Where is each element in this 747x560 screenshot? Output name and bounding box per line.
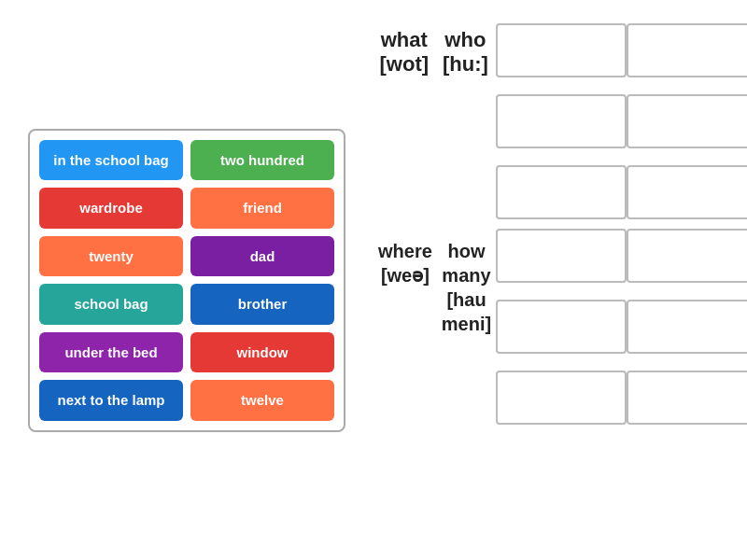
left-panel: in the school bag two hundred wardrobe f… (19, 19, 355, 541)
drop-cell (627, 90, 747, 153)
drop-box[interactable] (627, 23, 747, 77)
header-how-many: how many [hau meni] (437, 224, 496, 429)
drop-cell (496, 90, 627, 153)
drop-box[interactable] (627, 371, 747, 425)
word-btn-under-the-bed[interactable]: under the bed (39, 332, 183, 373)
drop-cell (627, 295, 747, 358)
drop-cell (496, 224, 627, 287)
drop-box[interactable] (496, 229, 627, 283)
header-who: who [hu:] (435, 19, 497, 224)
drop-cell (627, 366, 747, 429)
right-panel: what [wot] who [hu:] where [weə] how man… (374, 19, 747, 541)
drop-box[interactable] (627, 300, 747, 354)
drop-box[interactable] (496, 371, 627, 425)
top-headers: what [wot] who [hu:] (374, 19, 496, 224)
word-btn-window[interactable]: window (190, 332, 334, 373)
word-btn-dad[interactable]: dad (190, 236, 334, 277)
header-where: where [weə] (374, 224, 437, 429)
drop-box[interactable] (627, 229, 747, 283)
drop-cell (496, 161, 627, 224)
drop-box[interactable] (496, 94, 627, 148)
word-btn-twelve[interactable]: twelve (190, 380, 334, 421)
drop-box[interactable] (627, 94, 747, 148)
drop-box[interactable] (496, 300, 627, 354)
word-btn-twenty[interactable]: twenty (39, 236, 183, 277)
word-btn-school-bag[interactable]: school bag (39, 284, 183, 325)
drop-box[interactable] (496, 23, 627, 77)
drop-cell (496, 295, 627, 358)
top-drop-area (496, 19, 747, 224)
drop-cell (496, 19, 627, 82)
word-grid: in the school bag two hundred wardrobe f… (28, 129, 345, 432)
word-btn-wardrobe[interactable]: wardrobe (39, 188, 183, 229)
drop-cell (627, 224, 747, 287)
bottom-headers: where [weə] how many [hau meni] (374, 224, 496, 429)
drop-cell (627, 19, 747, 82)
drop-cell (496, 366, 627, 429)
word-btn-brother[interactable]: brother (190, 284, 334, 325)
word-btn-in-the-school-bag[interactable]: in the school bag (39, 140, 183, 181)
word-btn-two-hundred[interactable]: two hundred (190, 140, 334, 181)
drop-box[interactable] (496, 165, 627, 219)
header-what: what [wot] (374, 19, 435, 224)
drop-box[interactable] (627, 165, 747, 219)
bottom-drop-area (496, 224, 747, 429)
drop-cell (627, 161, 747, 224)
main-container: in the school bag two hundred wardrobe f… (0, 0, 747, 560)
word-btn-friend[interactable]: friend (190, 188, 334, 229)
word-btn-next-to-the-lamp[interactable]: next to the lamp (39, 380, 183, 421)
